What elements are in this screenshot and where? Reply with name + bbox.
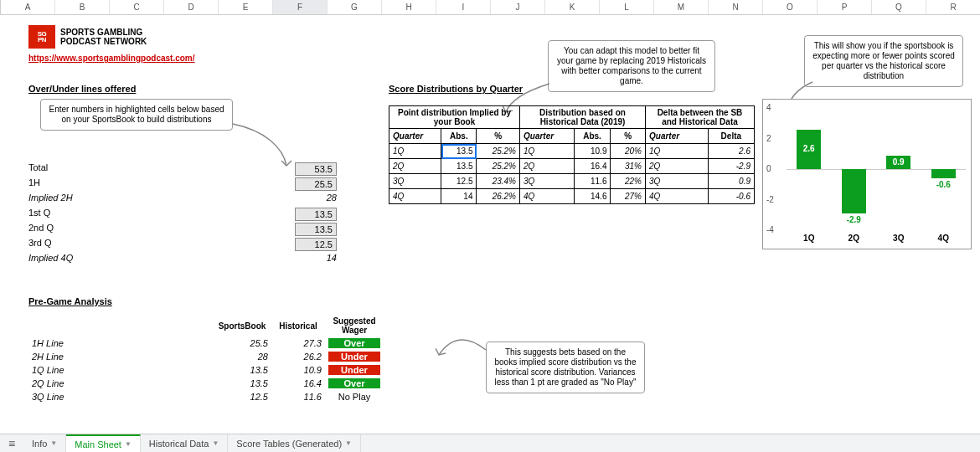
chart-bar <box>931 169 956 178</box>
pregame-row[interactable]: 1H Line25.527.3Over <box>28 336 384 350</box>
bar-value-label: 2.6 <box>792 144 826 153</box>
logo-mark-2: PN <box>38 37 46 43</box>
dist-header-delta: Delta between the SB and Historical Data <box>646 106 755 129</box>
sheet-tab[interactable]: Score Tables (Generated) ▼ <box>228 434 361 453</box>
tab-caret-icon[interactable]: ▼ <box>345 439 352 447</box>
input-label: Total <box>28 162 48 172</box>
col-pct-2: % <box>611 129 646 144</box>
arrow-bottom-icon <box>436 330 489 363</box>
logo-line2: PODCAST NETWORK <box>60 37 147 46</box>
pregame-row[interactable]: 3Q Line12.511.6No Play <box>28 390 384 403</box>
x-category: 3Q <box>876 234 921 243</box>
y-tick: 4 <box>766 103 771 112</box>
computed-cell: 28 <box>295 193 337 203</box>
input-cell[interactable]: 13.5 <box>295 208 337 221</box>
heading-over-under: Over/Under lines offered <box>28 84 136 94</box>
heading-pregame: Pre-Game Analysis <box>28 296 112 306</box>
col-header-G[interactable]: G <box>328 0 382 14</box>
dist-row[interactable]: 1Q13.525.2%1Q10.920%1Q2.6 <box>389 144 755 159</box>
input-label: Implied 4Q <box>28 253 73 263</box>
logo-text: SPORTS GAMBLING PODCAST NETWORK <box>60 28 147 46</box>
pregame-row[interactable]: 1Q Line13.510.9Under <box>28 363 384 377</box>
input-label: 2nd Q <box>28 223 54 233</box>
col-header-Q[interactable]: Q <box>872 0 926 14</box>
input-cell[interactable]: 25.5 <box>295 177 337 191</box>
note-left: Enter numbers in highlighted cells below… <box>40 99 233 131</box>
tab-caret-icon[interactable]: ▼ <box>212 439 219 447</box>
y-tick: 2 <box>766 134 771 143</box>
y-tick: -4 <box>766 225 774 234</box>
distribution-table[interactable]: Point distribution Implied by your Book … <box>389 105 755 204</box>
note-bottom: This suggests bets based on the books im… <box>486 342 645 393</box>
input-label: Implied 2H <box>28 193 73 203</box>
col-header-N[interactable]: N <box>709 0 763 14</box>
sheet-content: SG PN SPORTS GAMBLING PODCAST NETWORK ht… <box>17 15 980 434</box>
dist-header-book: Point distribution Implied by your Book <box>389 106 520 129</box>
dist-row[interactable]: 2Q13.525.2%2Q16.431%2Q-2.9 <box>389 159 755 174</box>
col-abs-1: Abs. <box>441 129 477 144</box>
col-header-C[interactable]: C <box>110 0 164 14</box>
pg-col-historical: Historical <box>271 315 325 336</box>
chart-bar <box>842 169 866 213</box>
pregame-row[interactable]: 2H Line2826.2Under <box>28 350 384 363</box>
logo-line1: SPORTS GAMBLING <box>60 28 147 37</box>
input-cell[interactable]: 53.5 <box>295 162 337 176</box>
input-cell[interactable]: 13.5 <box>295 223 337 236</box>
x-category: 1Q <box>787 234 832 243</box>
col-header-E[interactable]: E <box>219 0 273 14</box>
col-header-P[interactable]: P <box>818 0 872 14</box>
y-tick: 0 <box>766 164 771 173</box>
col-header-O[interactable]: O <box>763 0 818 14</box>
col-header-D[interactable]: D <box>164 0 219 14</box>
col-quarter-3: Quarter <box>646 129 709 144</box>
tab-caret-icon[interactable]: ▼ <box>50 439 57 447</box>
col-header-B[interactable]: B <box>55 0 110 14</box>
bar-value-label: 0.9 <box>881 157 916 167</box>
col-header-F[interactable]: F <box>273 0 328 14</box>
col-header-A[interactable]: A <box>1 0 55 14</box>
col-header-J[interactable]: J <box>491 0 545 14</box>
dist-header-hist: Distribution based on Historical Data (2… <box>520 106 646 129</box>
site-url-link[interactable]: https://www.sportsgamblingpodcast.com/ <box>28 54 195 63</box>
col-header-K[interactable]: K <box>545 0 600 14</box>
sheet-tab-bar: ≡ Info ▼Main Sheet ▼Historical Data ▼Sco… <box>0 434 980 452</box>
bar-value-label: -2.9 <box>837 215 871 224</box>
col-header-R[interactable]: R <box>926 0 980 14</box>
arrow-left-icon <box>231 122 298 172</box>
distribution-tables: Point distribution Implied by your Book … <box>389 105 755 204</box>
pregame-row[interactable]: 2Q Line13.516.4Over <box>28 377 384 390</box>
input-cell[interactable]: 12.5 <box>295 238 337 251</box>
tab-caret-icon[interactable]: ▼ <box>125 440 132 448</box>
x-category: 4Q <box>921 234 967 243</box>
sheet-tab[interactable]: Main Sheet ▼ <box>66 434 141 453</box>
input-label: 1H <box>28 177 40 187</box>
pregame-table[interactable]: SportsBook Historical Suggested Wager 1H… <box>28 315 384 403</box>
note-right: This will show you if the sportsbook is … <box>804 35 963 87</box>
brand-logo: SG PN SPORTS GAMBLING PODCAST NETWORK <box>28 25 147 49</box>
pg-col-wager: Suggested Wager <box>325 315 384 336</box>
input-label: 1st Q <box>28 208 50 218</box>
col-header-H[interactable]: H <box>382 0 436 14</box>
delta-bar-chart[interactable]: 420-2-42.61Q-2.92Q0.93Q-0.64Q <box>762 99 972 249</box>
col-pct-1: % <box>477 129 520 144</box>
col-abs-2: Abs. <box>574 129 611 144</box>
computed-cell: 14 <box>295 253 337 263</box>
menu-icon[interactable]: ≡ <box>0 437 23 450</box>
logo-icon: SG PN <box>28 25 55 49</box>
sheet-tab[interactable]: Info ▼ <box>23 434 66 453</box>
input-label: 3rd Q <box>28 238 52 248</box>
pg-col-sportsbook: SportsBook <box>213 315 271 336</box>
column-header-row: ABCDEFGHIJKLMNOPQR <box>0 0 980 15</box>
col-header-I[interactable]: I <box>436 0 491 14</box>
col-delta: Delta <box>708 129 754 144</box>
dist-row[interactable]: 3Q12.523.4%3Q11.622%3Q0.9 <box>389 174 755 189</box>
dist-row[interactable]: 4Q1426.2%4Q14.627%4Q-0.6 <box>389 189 755 204</box>
col-quarter-1: Quarter <box>389 129 441 144</box>
x-category: 2Q <box>832 234 877 243</box>
col-header-M[interactable]: M <box>654 0 709 14</box>
y-tick: -2 <box>766 195 774 204</box>
sheet-tab[interactable]: Historical Data ▼ <box>141 434 228 453</box>
col-header-L[interactable]: L <box>600 0 654 14</box>
note-top: You can adapt this model to better fit y… <box>548 40 715 92</box>
bar-value-label: -0.6 <box>926 180 961 189</box>
